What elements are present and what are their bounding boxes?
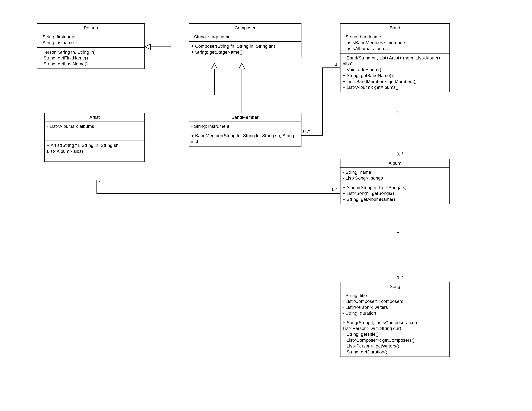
class-band[interactable]: Band - String: bandname - List<BandMembe…: [340, 23, 450, 92]
mult-album-song-many: 0..*: [397, 275, 403, 280]
class-person-title: Person: [38, 24, 144, 32]
class-band-attributes-text: - String: bandname - List<BandMember>: m…: [343, 34, 447, 52]
class-artist[interactable]: Artist - List<Albums>: albums + Artist(S…: [44, 113, 145, 162]
class-song-title: Song: [341, 282, 449, 291]
class-album[interactable]: Album - String: name - List<Song>: songs…: [340, 159, 450, 204]
class-artist-operations: + Artist(String fn, String ln, String sn…: [45, 141, 144, 161]
class-album-operations-text: + Album(String n, List<Song> s) + List<S…: [343, 185, 447, 202]
class-song-operations: + Song(String t, List<Composer> com, Lis…: [341, 318, 449, 356]
class-composer-title: Composer: [189, 24, 301, 32]
class-band-operations-text: + Band(String bn, List<Artist> mem, List…: [343, 55, 447, 90]
class-band-operations: + Band(String bn, List<Artist> mem, List…: [341, 54, 449, 92]
class-composer-attributes: - String: stagename: [189, 32, 301, 42]
mult-bandmember-many: 0..*: [303, 129, 310, 134]
class-composer-attributes-text: - String: stagename: [191, 34, 299, 40]
class-composer[interactable]: Composer - String: stagename + Composer(…: [189, 23, 302, 57]
class-bandmember-operations-text: + BandMember(String fn, String ln, Strin…: [191, 133, 299, 145]
class-album-title: Album: [341, 159, 449, 168]
class-song-operations-text: + Song(String t, List<Composer> com, Lis…: [343, 320, 447, 355]
class-composer-operations: + Composer(String fn, String ln, String …: [189, 42, 301, 57]
class-person-attributes: - String: firstname - String lastname: [38, 32, 144, 48]
class-composer-operations-text: + Composer(String fn, String ln, String …: [191, 43, 299, 55]
class-bandmember-attributes-text: - String: instrument: [191, 123, 299, 129]
class-person-operations-text: +Person(String fn, String ln) + String: …: [40, 49, 142, 67]
class-bandmember-operations: + BandMember(String fn, String ln, Strin…: [189, 131, 301, 146]
class-person-operations: +Person(String fn, String ln) + String: …: [38, 48, 144, 68]
class-person[interactable]: Person - String: firstname - String last…: [37, 23, 145, 69]
uml-canvas: Person - String: firstname - String last…: [0, 0, 532, 411]
class-album-operations: + Album(String n, List<Song> s) + List<S…: [341, 183, 449, 204]
class-album-attributes: - String: name - List<Song>: songs: [341, 168, 449, 183]
class-band-attributes: - String: bandname - List<BandMember>: m…: [341, 32, 449, 54]
class-song[interactable]: Song - String: title - List<Composer>: c…: [340, 282, 450, 357]
class-song-attributes-text: - String: title - List<Composer>: compos…: [343, 293, 447, 316]
class-bandmember-attributes: - String: instrument: [189, 122, 301, 131]
class-band-title: Band: [341, 24, 449, 32]
class-person-attributes-text: - String: firstname - String lastname: [40, 34, 142, 46]
class-artist-operations-text: + Artist(String fn, String ln, String sn…: [47, 142, 142, 154]
mult-band-album-one: 1: [397, 110, 399, 116]
class-album-attributes-text: - String: name - List<Song>: songs: [343, 169, 447, 181]
mult-artist-album-many: 0..*: [331, 187, 337, 192]
mult-band-album-many: 0..*: [397, 151, 403, 157]
mult-album-one: 1: [397, 229, 399, 234]
class-bandmember[interactable]: BandMember - String: instrument + BandMe…: [189, 113, 302, 147]
class-artist-attributes: - List<Albums>: albums: [45, 122, 144, 141]
class-bandmember-title: BandMember: [189, 113, 301, 122]
class-artist-attributes-text: - List<Albums>: albums: [47, 123, 142, 129]
class-artist-title: Artist: [45, 113, 144, 122]
mult-artist-one: 1: [99, 180, 101, 185]
mult-band-one: 1: [335, 62, 338, 67]
class-song-attributes: - String: title - List<Composer>: compos…: [341, 291, 449, 318]
